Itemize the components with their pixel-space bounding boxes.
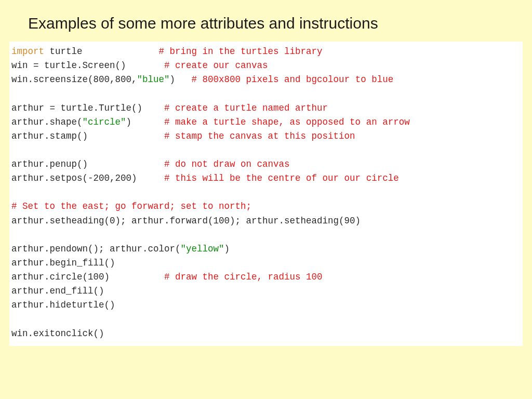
code-line: arthur.setpos(-200,200) # this will be t… (11, 173, 399, 183)
keyword-import: import (11, 46, 44, 57)
code-line: arthur.shape("circle") # make a turtle s… (11, 117, 410, 127)
code-text: arthur.setpos(-200,200) (11, 173, 164, 183)
code-text: win.exitonclick() (11, 328, 104, 339)
code-text: turtle (44, 46, 159, 57)
code-line: # Set to the east; go forward; set to no… (11, 201, 251, 211)
comment: # this will be the centre of our our cir… (164, 173, 399, 183)
code-line: arthur.setheading(0); arthur.forward(100… (11, 216, 361, 226)
comment: # draw the circle, radius 100 (164, 272, 323, 282)
comment: # do not draw on canvas (164, 159, 290, 169)
code-text: arthur.penup() (11, 159, 164, 169)
comment: # 800x800 pixels and bgcolour to blue (192, 74, 394, 85)
string-literal: "circle" (83, 117, 126, 127)
code-text: arthur.shape( (11, 117, 83, 127)
code-block: import turtle # bring in the turtles lib… (9, 42, 523, 346)
comment: # create our canvas (164, 60, 268, 71)
code-line: import turtle # bring in the turtles lib… (11, 46, 323, 57)
code-text: arthur.pendown(); arthur.color( (11, 244, 181, 254)
comment: # stamp the canvas at this position (164, 131, 355, 141)
code-line: arthur.penup() # do not draw on canvas (11, 159, 290, 169)
comment: # bring in the turtles library (159, 46, 323, 57)
code-text: ) (126, 117, 165, 127)
comment: # create a turtle named arthur (164, 103, 328, 113)
comment: # Set to the east; go forward; set to no… (11, 201, 251, 211)
code-line: arthur.end_fill() (11, 286, 104, 296)
code-text: ) (224, 244, 230, 254)
code-text: win = turtle.Screen() (11, 60, 164, 71)
code-line: arthur.stamp() # stamp the canvas at thi… (11, 131, 355, 141)
code-line: arthur.pendown(); arthur.color("yellow") (11, 244, 230, 254)
code-line: arthur.hideturtle() (11, 300, 115, 310)
comment: # make a turtle shape, as opposed to an … (164, 117, 410, 127)
code-text: arthur.end_fill() (11, 286, 104, 296)
code-text: win.screensize(800,800, (11, 74, 137, 85)
string-literal: "blue" (137, 74, 170, 85)
code-text: arthur.hideturtle() (11, 300, 115, 310)
code-line: win.screensize(800,800,"blue") # 800x800… (11, 74, 393, 85)
code-text: arthur.setheading(0); arthur.forward(100… (11, 216, 361, 226)
slide: Examples of some more attributes and ins… (0, 0, 532, 399)
code-text: arthur.stamp() (11, 131, 164, 141)
slide-title: Examples of some more attributes and ins… (28, 15, 532, 32)
code-line: arthur = turtle.Turtle() # create a turt… (11, 103, 328, 113)
code-text: arthur.begin_fill() (11, 258, 115, 268)
code-text: arthur = turtle.Turtle() (11, 103, 164, 113)
code-line: arthur.begin_fill() (11, 258, 115, 268)
code-text: arthur.circle(100) (11, 272, 164, 282)
code-line: arthur.circle(100) # draw the circle, ra… (11, 272, 323, 282)
code-line: win.exitonclick() (11, 328, 104, 339)
string-literal: "yellow" (181, 244, 224, 254)
code-text: ) (170, 74, 192, 85)
code-line: win = turtle.Screen() # create our canva… (11, 60, 268, 71)
